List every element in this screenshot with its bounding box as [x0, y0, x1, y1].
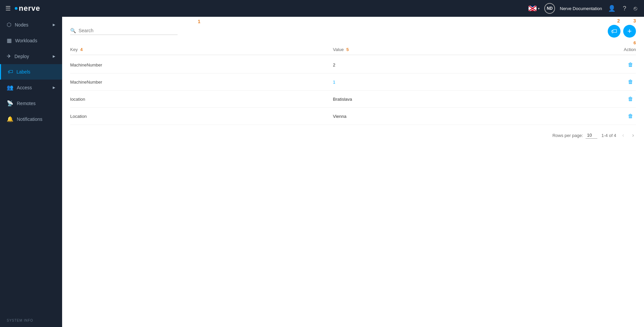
value-cell: 1: [333, 80, 596, 85]
sidebar-label-deploy: Deploy: [14, 54, 29, 59]
sidebar-label-remotes: Remotes: [17, 101, 36, 106]
sidebar-item-labels[interactable]: 🏷 Labels: [0, 64, 62, 80]
annotation-5: 5: [346, 47, 349, 52]
user-profile-button[interactable]: 👤: [607, 3, 617, 13]
table-row: MachineNumber 2 🗑: [70, 56, 636, 74]
action-cell: 🗑: [596, 112, 636, 120]
sidebar-label-notifications: Notifications: [17, 116, 42, 122]
search-icon: 🔍: [70, 28, 76, 33]
access-icon: 👥: [7, 84, 13, 91]
col-header-value: Value 5: [333, 47, 596, 52]
annotation-3: 3: [633, 18, 636, 24]
annotation-2: 2: [617, 18, 620, 24]
annotation-4: 4: [80, 47, 83, 52]
value-cell: 2: [333, 62, 596, 67]
key-cell: Location: [70, 114, 333, 119]
manage-labels-button[interactable]: 🏷: [608, 25, 620, 38]
logo-dot: [15, 7, 17, 10]
rows-per-page: Rows per page: 5 10 25 50: [552, 132, 597, 139]
col-header-key: Key 4: [70, 47, 333, 52]
sidebar-item-deploy[interactable]: ✈ Deploy ▶: [0, 48, 62, 64]
app-logo: nerve: [15, 4, 40, 13]
search-box: 🔍: [70, 28, 178, 35]
system-info-link[interactable]: SYSTEM INFO: [0, 314, 62, 327]
sidebar-label-labels: Labels: [16, 69, 30, 75]
logo-text: nerve: [19, 4, 40, 13]
sidebar-item-remotes[interactable]: 📡 Remotes: [0, 95, 62, 111]
user-avatar[interactable]: ND: [544, 3, 555, 14]
nodes-arrow-icon: ▶: [53, 23, 55, 27]
plus-icon: +: [628, 27, 632, 36]
key-cell: location: [70, 97, 333, 102]
key-cell: MachineNumber: [70, 80, 333, 85]
rows-per-page-label: Rows per page:: [552, 133, 583, 138]
top-bar: 1 🔍 2 3 🏷 +: [70, 25, 636, 38]
rows-per-page-select[interactable]: 5 10 25 50: [586, 132, 597, 139]
navbar: ☰ nerve ▾ ND Nerve Documentation 👤 ? ⎋: [0, 0, 644, 17]
col-action-label: Action: [624, 47, 636, 52]
person-badge-icon: 🏷: [611, 28, 617, 35]
sidebar-label-nodes: Nodes: [15, 22, 28, 28]
logout-button[interactable]: ⎋: [632, 4, 639, 13]
sidebar-label-access: Access: [17, 85, 32, 90]
col-key-label: Key: [70, 47, 78, 52]
delete-button[interactable]: 🗑: [625, 61, 636, 68]
pagination: Rows per page: 5 10 25 50 1-4 of 4 ‹ ›: [70, 132, 636, 139]
col-header-action: 6 Action: [596, 47, 636, 52]
table-row: MachineNumber 1 🗑: [70, 74, 636, 91]
delete-button[interactable]: 🗑: [625, 112, 636, 120]
table-row: location Bratislava 🗑: [70, 91, 636, 108]
deploy-icon: ✈: [7, 53, 11, 59]
col-value-label: Value: [333, 47, 344, 52]
sidebar-item-access[interactable]: 👥 Access ▶: [0, 80, 62, 95]
flag-icon: [528, 6, 537, 11]
delete-button[interactable]: 🗑: [625, 95, 636, 103]
action-cell: 🗑: [596, 95, 636, 103]
language-selector[interactable]: ▾: [528, 6, 540, 11]
sidebar-label-workloads: Workloads: [15, 38, 37, 43]
sidebar: ⬡ Nodes ▶ ▦ Workloads ✈ Deploy ▶ 🏷 Label…: [0, 17, 62, 327]
sidebar-item-notifications[interactable]: 🔔 Notifications: [0, 111, 62, 127]
main-content: 1 🔍 2 3 🏷 + Key 4 Value 5: [62, 17, 644, 327]
search-input[interactable]: [79, 28, 173, 33]
nodes-icon: ⬡: [7, 21, 11, 28]
access-arrow-icon: ▶: [53, 86, 55, 89]
value-cell: Vienna: [333, 114, 596, 119]
page-info: 1-4 of 4: [601, 133, 616, 138]
lang-chevron-icon: ▾: [538, 7, 540, 10]
action-cell: 🗑: [596, 78, 636, 86]
top-bar-actions: 2 3 🏷 +: [608, 25, 636, 38]
action-cell: 🗑: [596, 61, 636, 68]
sidebar-item-nodes[interactable]: ⬡ Nodes ▶: [0, 17, 62, 33]
hamburger-icon[interactable]: ☰: [5, 5, 11, 12]
table-row: Location Vienna 🗑: [70, 108, 636, 125]
notifications-icon: 🔔: [7, 116, 13, 122]
add-label-button[interactable]: +: [623, 25, 636, 38]
labels-table: Key 4 Value 5 6 Action MachineNumber 2 🗑…: [70, 44, 636, 125]
workloads-icon: ▦: [7, 37, 12, 44]
nerve-doc-link[interactable]: Nerve Documentation: [560, 6, 602, 11]
labels-icon: 🏷: [8, 69, 13, 75]
navbar-right: ▾ ND Nerve Documentation 👤 ? ⎋: [528, 3, 639, 14]
prev-page-button[interactable]: ‹: [620, 132, 626, 139]
sidebar-item-workloads[interactable]: ▦ Workloads: [0, 33, 62, 48]
key-cell: MachineNumber: [70, 62, 333, 67]
table-header: Key 4 Value 5 6 Action: [70, 44, 636, 55]
annotation-1: 1: [198, 19, 200, 24]
delete-button[interactable]: 🗑: [625, 78, 636, 86]
deploy-arrow-icon: ▶: [53, 54, 55, 58]
annotation-6: 6: [634, 40, 636, 45]
next-page-button[interactable]: ›: [630, 132, 636, 139]
remotes-icon: 📡: [7, 100, 13, 106]
value-cell: Bratislava: [333, 97, 596, 102]
help-button[interactable]: ?: [622, 4, 628, 13]
